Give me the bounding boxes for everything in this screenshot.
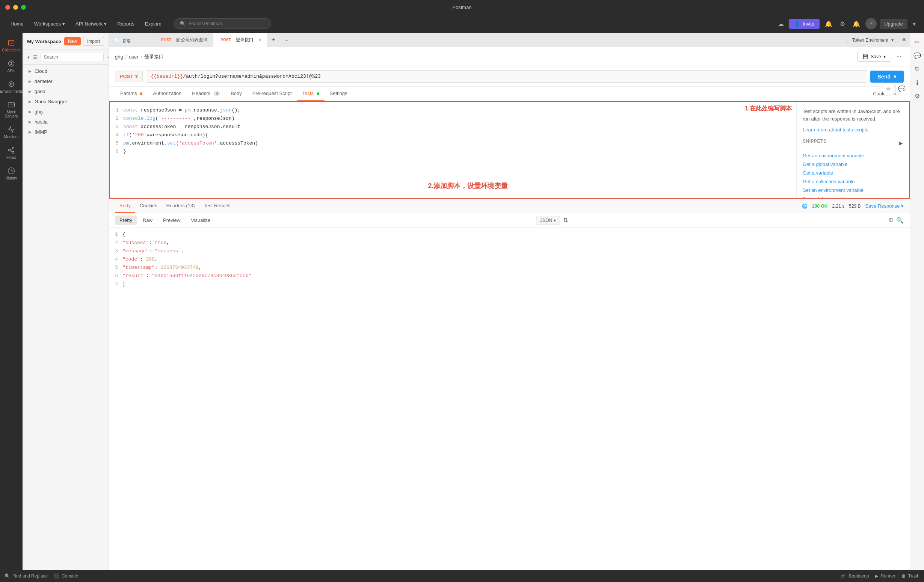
invite-button[interactable]: 👤 Invite xyxy=(789,19,820,29)
nav-explore[interactable]: Explore xyxy=(140,19,166,29)
resp-line-1: 1 { xyxy=(109,231,910,239)
right-icon-info[interactable]: ℹ xyxy=(911,77,923,89)
resp-line-2: 2 "success": true, xyxy=(109,239,910,247)
find-replace-button[interactable]: 🔍 Find and Replace xyxy=(5,573,48,579)
tab-tests[interactable]: Tests xyxy=(297,87,325,101)
tab-body[interactable]: Body xyxy=(225,87,247,101)
minimize-button[interactable] xyxy=(13,5,18,10)
save-response-button[interactable]: Save Response ▾ xyxy=(865,203,904,209)
comment-icon[interactable]: 💬 xyxy=(896,82,908,95)
breadcrumb-item-ghg[interactable]: ghg xyxy=(115,54,123,60)
tab-authorization[interactable]: Authorization xyxy=(148,87,186,101)
right-icon-comment[interactable]: 💬 xyxy=(911,49,923,62)
breadcrumb-item-user[interactable]: user xyxy=(129,54,138,60)
avatar-icon[interactable]: P xyxy=(865,18,877,29)
sidebar-item-collections[interactable]: Collections xyxy=(1,36,22,55)
runner-button[interactable]: ▶ Runner xyxy=(875,573,895,579)
tab-settings[interactable]: Settings xyxy=(325,87,353,101)
new-button[interactable]: New xyxy=(64,37,81,45)
add-collection-icon[interactable]: + xyxy=(27,54,30,60)
tab-close-icon[interactable]: × xyxy=(258,37,261,43)
nav-api-network[interactable]: API Network ▾ xyxy=(71,19,111,29)
window-controls[interactable] xyxy=(5,5,26,10)
nav-right: ☁ 👤 Invite 🔔 ⚙ 🔔 P Upgrade ▾ xyxy=(776,18,918,30)
search-bar[interactable]: 🔍 Search Postman xyxy=(173,18,271,29)
cloud-sync-icon[interactable]: ☁ xyxy=(776,18,786,30)
copy-icon[interactable]: ⧉ xyxy=(889,217,893,224)
import-button[interactable]: Import xyxy=(83,37,104,46)
snippet-get-env[interactable]: Get an environment variable xyxy=(803,151,903,160)
right-icon-edit[interactable]: ✏ xyxy=(911,36,923,48)
url-bar: POST ▾ {{baseUrl}}/auth/login?username=a… xyxy=(109,66,910,87)
tab-add-button[interactable]: + xyxy=(267,36,280,44)
tab-ship[interactable]: POST 船公司列表查询 xyxy=(154,33,213,47)
fmt-raw[interactable]: Raw xyxy=(138,216,157,225)
snippet-set-global[interactable]: Set a global variable xyxy=(803,195,903,198)
collection-item-ghg[interactable]: ▶ ghg xyxy=(23,107,109,117)
tab-pre-request-script[interactable]: Pre-request Script xyxy=(247,87,297,101)
tab-ghg[interactable]: 📄 ghg xyxy=(109,33,154,47)
collection-item-cloud[interactable]: ▶ Cloud xyxy=(23,66,109,76)
method-selector[interactable]: POST ▾ xyxy=(115,71,143,82)
edit-icon[interactable]: ✏ xyxy=(884,82,894,95)
collection-item-hestia[interactable]: ▶ hestia xyxy=(23,117,109,127)
status-ok: 200 OK xyxy=(812,203,827,209)
maximize-button[interactable] xyxy=(21,5,26,10)
sidebar-item-history[interactable]: History xyxy=(1,164,22,183)
svg-line-14 xyxy=(10,150,12,152)
fmt-pretty[interactable]: Pretty xyxy=(115,216,137,225)
upgrade-button[interactable]: Upgrade xyxy=(879,19,908,29)
snippet-get-var[interactable]: Get a variable xyxy=(803,168,903,177)
bootcamp-button[interactable]: 🎓 Bootcamp xyxy=(841,573,869,579)
format-selector[interactable]: JSON ▾ ⇅ xyxy=(536,216,568,225)
tab-headers[interactable]: Headers 8 xyxy=(186,87,225,101)
nav-home[interactable]: Home xyxy=(6,19,28,29)
snippets-expand-icon[interactable]: ▶ xyxy=(899,140,903,146)
tab-more-button[interactable]: ··· xyxy=(280,37,293,43)
json-select[interactable]: JSON ▾ xyxy=(536,216,560,225)
notification-icon[interactable]: 🔔 xyxy=(823,18,835,30)
sidebar-item-apis[interactable]: APIs xyxy=(1,57,22,76)
url-display[interactable]: {{baseUrl}}/auth/login?username=admin&pa… xyxy=(146,70,867,82)
collection-item-immp[interactable]: ▶ IMMP xyxy=(23,127,109,137)
resp-tab-cookies[interactable]: Cookies xyxy=(135,199,162,213)
settings-icon[interactable]: ⚙ xyxy=(838,18,847,30)
bell-icon[interactable]: 🔔 xyxy=(850,18,862,30)
chevron-down-icon[interactable]: ▾ xyxy=(911,18,918,30)
collection-item-gaea[interactable]: ▶ gaea xyxy=(23,86,109,97)
sidebar-item-environments[interactable]: Environments xyxy=(1,77,22,97)
tab-login[interactable]: POST 登录接口 × xyxy=(213,33,267,47)
filter-icon[interactable]: ⇅ xyxy=(563,217,568,224)
fmt-preview[interactable]: Preview xyxy=(158,216,185,225)
resp-tab-headers[interactable]: Headers (13) xyxy=(162,199,200,213)
nav-reports[interactable]: Reports xyxy=(113,19,139,29)
sidebar-item-monitors[interactable]: Monitors xyxy=(1,123,22,142)
trash-button[interactable]: 🗑 Trash xyxy=(901,573,919,579)
resp-tab-body[interactable]: Body xyxy=(115,199,135,213)
sidebar-item-mock-servers[interactable]: Mock Servers xyxy=(1,98,22,121)
snippet-set-env[interactable]: Set an environment variable xyxy=(803,186,903,195)
close-button[interactable] xyxy=(5,5,10,10)
save-button[interactable]: 💾 Save ▾ xyxy=(857,52,891,62)
tab-params[interactable]: Params xyxy=(115,87,148,101)
fmt-visualize[interactable]: Visualize xyxy=(186,216,215,225)
snippet-get-global[interactable]: Get a global variable xyxy=(803,160,903,168)
right-icon-settings[interactable]: ⚙ xyxy=(911,90,923,102)
right-icon-copy[interactable]: ⧉ xyxy=(911,63,923,75)
send-button[interactable]: Send ▾ xyxy=(870,71,904,82)
collection-item-demeter[interactable]: ▶ demeter xyxy=(23,76,109,86)
collections-panel: My Workspace New Import + ☰ ··· ▶ Cloud … xyxy=(23,33,109,570)
more-options-button[interactable]: ··· xyxy=(894,51,904,62)
collection-item-gaea-swagger[interactable]: ▶ Gaea Swagger xyxy=(23,97,109,107)
sidebar-item-flows[interactable]: Flows xyxy=(1,143,22,163)
snippet-get-collection[interactable]: Get a collection variable xyxy=(803,177,903,186)
snippets-learn-link[interactable]: Learn more about tests scripts xyxy=(803,127,903,132)
search-resp-icon[interactable]: 🔍 xyxy=(896,217,904,224)
resp-tab-test-results[interactable]: Test Results xyxy=(199,199,235,213)
tab-environment-selector[interactable]: Token Enviroment ▾ xyxy=(847,38,898,43)
console-button[interactable]: ⬛ Console xyxy=(54,573,78,579)
filter-icon[interactable]: ☰ xyxy=(33,54,38,60)
search-collections-input[interactable] xyxy=(41,53,104,61)
tab-eye-icon[interactable]: 👁 xyxy=(898,37,910,43)
nav-workspaces[interactable]: Workspaces ▾ xyxy=(30,19,69,29)
